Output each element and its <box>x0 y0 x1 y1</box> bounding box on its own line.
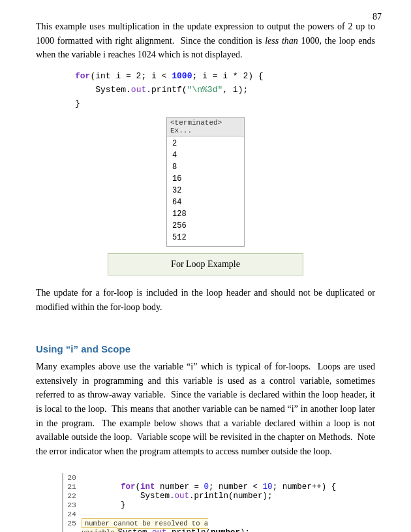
code-line-20: 20 <box>63 473 375 482</box>
code-block-1: for(int i = 2; i < 1000; i = i * 2) { Sy… <box>75 70 375 110</box>
caption-box: For Loop Example <box>108 253 303 275</box>
paragraph-2: The update for a for-loop is included in… <box>36 286 375 314</box>
intro-paragraph: This example uses multiplication in the … <box>36 20 375 62</box>
output-box: <terminated> Ex... 2 4 8 16 32 64 128 25… <box>166 117 245 247</box>
caption-text: For Loop Example <box>171 259 240 269</box>
code-line-25: 25 number cannot be resolved to a variab… <box>63 519 375 532</box>
paragraph-3: Many examples above use the variable “i”… <box>36 360 375 459</box>
page-number: 87 <box>373 12 382 22</box>
code-line-24: 24 <box>63 510 375 519</box>
error-tooltip: number cannot be resolved to a variable <box>82 518 208 532</box>
output-header: <terminated> Ex... <box>167 117 244 136</box>
code-line-21: 21 for(int number = 0; number < 10; numb… <box>63 482 375 492</box>
code-line-23: 23 } <box>63 501 375 510</box>
output-body: 2 4 8 16 32 64 128 256 512 <box>167 136 244 246</box>
code-block-2: 20 21 for(int number = 0; number < 10; n… <box>62 473 375 532</box>
code-line-22: 22 System.out.println(number); <box>63 492 375 501</box>
section-heading: Using “i” and Scope <box>36 343 375 354</box>
